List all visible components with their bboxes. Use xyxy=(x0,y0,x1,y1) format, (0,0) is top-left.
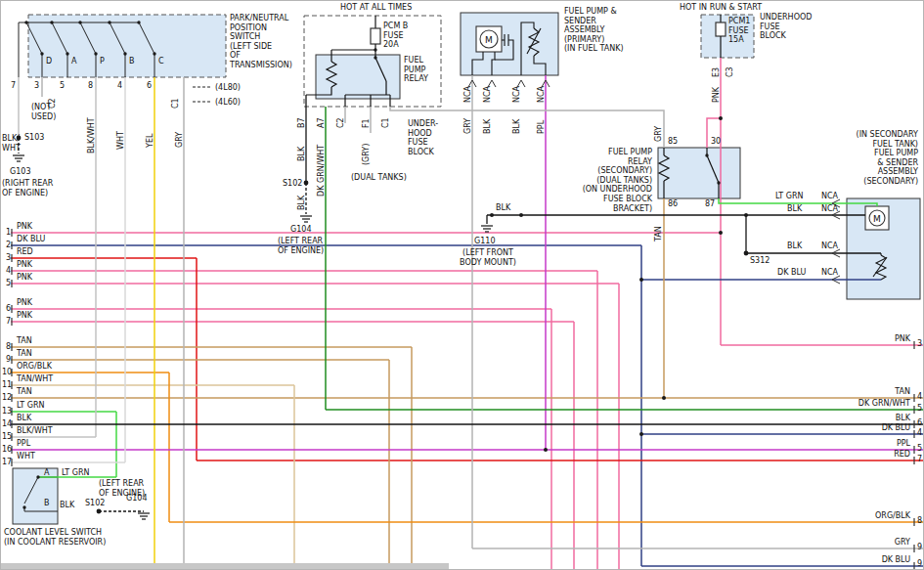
right-pin-num-8: 8 xyxy=(917,516,922,526)
right-pin-num-3: 5 xyxy=(917,404,922,414)
left-pin-num-4: 4 xyxy=(2,266,11,275)
wire-gry-relay2-label: GRY xyxy=(654,126,664,142)
coolant-pin-b: B xyxy=(44,499,50,508)
left-pin-color-13: LT GRN xyxy=(17,401,45,411)
wire-yel-label: YEL xyxy=(146,134,155,148)
underhood-fuse-block2-label: UNDERHOOD FUSE BLOCK xyxy=(760,13,812,41)
nca-pump2-2: NCA xyxy=(821,204,838,214)
ground-g110-location: (LEFT FRONT BODY MOUNT) xyxy=(450,248,526,267)
right-pin-color-9: GRY xyxy=(840,538,910,548)
left-pin-num-1: 1 xyxy=(2,228,11,237)
wire-blk-pump2b-label: BLK xyxy=(787,241,802,251)
ground-g104-coolant xyxy=(138,513,150,519)
wire-pnk-pcm1-label: PNK xyxy=(712,87,722,103)
blk-wires xyxy=(11,95,924,511)
pnp-pin-4: 4 xyxy=(117,81,122,91)
left-pin-num-6: 6 xyxy=(2,304,11,313)
dk-blu-wires xyxy=(11,245,924,566)
wire-tan-relay2-label: TAN xyxy=(654,226,664,241)
nca-pump2-1: NCA xyxy=(821,192,838,201)
splice-s103-label: S103 xyxy=(24,133,44,143)
splice-s312-label: S312 xyxy=(750,256,770,266)
left-pin-color-10: ORG/BLK xyxy=(17,362,52,372)
nca-label-3: NCA xyxy=(512,86,522,103)
wire-blkwht-label: BLK/WHT xyxy=(87,117,97,153)
left-pin-color-17: WHT xyxy=(17,452,35,461)
left-pin-num-7: 7 xyxy=(2,317,11,326)
underhood-fuse-block1-label: UNDER- HOOD FUSE BLOCK xyxy=(408,119,438,156)
lt-grn-wires xyxy=(11,198,877,477)
right-pin-color-10: DK BLU xyxy=(840,555,910,565)
pcm1-fuse-label: PCM1 FUSE 15A xyxy=(728,17,750,45)
left-pin-color-8: TAN xyxy=(17,336,32,346)
coolant-pin-a: A xyxy=(44,468,49,478)
wire-blk-coolant-label: BLK xyxy=(60,501,74,510)
relay2-pin-87: 87 xyxy=(705,199,715,209)
secondary-pump-title: (IN SECONDARY FUEL TANK) FUEL PUMP & SEN… xyxy=(846,130,918,187)
wire-blk2-label: BLK xyxy=(297,196,307,210)
trans-4l80-label: (4L80) xyxy=(215,83,241,93)
wire-dkblu-pump2-label: DK BLU xyxy=(777,268,806,278)
right-pin-num-5: 4 xyxy=(917,428,922,438)
right-pin-num-7: 7 xyxy=(917,455,922,464)
coolant-switch-title: COOLANT LEVEL SWITCH (IN COOLANT RESERVO… xyxy=(4,528,106,547)
ground-g104-location: (LEFT REAR OF ENGINE) xyxy=(278,237,324,255)
ground-g104-label: G104 xyxy=(290,225,311,235)
relay2-pin-86: 86 xyxy=(668,199,678,209)
right-pin-num-10: 9 xyxy=(917,559,922,569)
ground-g103-location: (RIGHT REAR OF ENGINE) xyxy=(2,179,53,197)
right-pin-color-1: PNK xyxy=(840,334,910,344)
wire-wht-label: WHT xyxy=(116,131,126,150)
left-pin-num-17: 17 xyxy=(2,458,11,466)
left-pin-num-8: 8 xyxy=(2,342,11,351)
left-pin-num-10: 10 xyxy=(2,368,11,376)
right-pin-num-4: 6 xyxy=(917,418,922,428)
pin-f1-label: F1 xyxy=(362,118,372,128)
pnp-letter-b: B xyxy=(129,57,135,66)
left-pin-color-15: BLK/WHT xyxy=(17,426,53,436)
ground-g110-label: G110 xyxy=(474,237,495,246)
wire-blk-pump1b-label: BLK xyxy=(512,119,522,134)
horizontal-scrollbar[interactable] xyxy=(1,563,449,570)
pin-c2-label: C2 xyxy=(336,117,346,128)
left-pin-num-13: 13 xyxy=(2,407,11,416)
motor-m-secondary: M xyxy=(873,214,881,224)
wire-blk-pump2a-label: BLK xyxy=(787,204,802,214)
pin-c1-label: C1 xyxy=(381,117,391,128)
wire-gry-label: GRY xyxy=(175,132,185,148)
left-pin-color-5: PNK xyxy=(17,273,32,283)
ground-g104-coolant-location: (LEFT REAR OF ENGINE) xyxy=(99,479,145,498)
pnp-pin-6: 6 xyxy=(147,81,152,91)
wire-ppl-pump1-label: PPL xyxy=(537,120,547,134)
right-pin-color-4: BLK xyxy=(840,414,910,423)
left-pin-num-16: 16 xyxy=(2,445,11,454)
trans-4l60-label: (4L60) xyxy=(215,98,241,108)
right-pin-color-2: TAN xyxy=(840,387,910,397)
left-pin-color-7: PNK xyxy=(17,311,32,321)
wire-dkgrnwht-label: DK GRN/WHT xyxy=(317,145,327,197)
left-pin-color-12: TAN xyxy=(17,387,32,397)
gry-wires xyxy=(42,75,924,570)
wire-ltgrn-coolant-label: LT GRN xyxy=(62,468,90,478)
fuel-pump-relay1-label: FUEL PUMP RELAY xyxy=(404,56,428,84)
wire-gry-f1-label: (GRY) xyxy=(362,144,372,165)
nca-label-1: NCA xyxy=(463,86,473,103)
left-pin-num-3: 3 xyxy=(2,253,11,262)
pcmb-fuse-label: PCM B FUSE 20A xyxy=(383,22,408,50)
left-pin-color-2: DK BLU xyxy=(17,235,45,244)
nca-label-4: NCA xyxy=(537,86,547,103)
pnp-pin-5: 5 xyxy=(60,81,65,91)
ground-g103 xyxy=(13,155,24,161)
left-pin-color-11: TAN/WHT xyxy=(17,374,53,384)
wire-blkwht-left-label: BLK/ WHT xyxy=(2,134,21,153)
left-pin-color-9: TAN xyxy=(17,349,32,359)
motor-m-primary: M xyxy=(485,35,493,45)
primary-pump-box xyxy=(461,13,558,75)
ground-g103-label: G103 xyxy=(10,167,30,177)
left-pin-num-15: 15 xyxy=(2,432,11,441)
wire-ltgrn-pump2-label: LT GRN xyxy=(775,192,804,201)
pin-b7-label: B7 xyxy=(297,117,307,128)
left-pin-num-12: 12 xyxy=(2,393,11,402)
hot-at-all-times-label: HOT AT ALL TIMES xyxy=(340,3,412,13)
primary-pump-title: FUEL PUMP & SENDER ASSEMBLY (PRIMARY) (I… xyxy=(564,7,624,54)
